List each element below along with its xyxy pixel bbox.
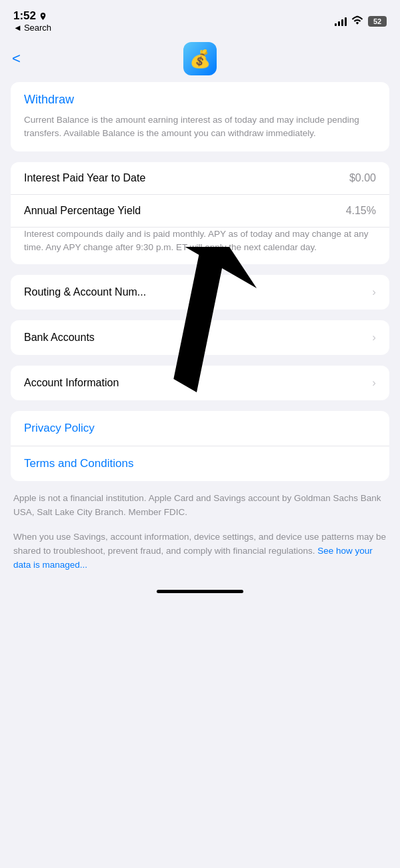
wifi-icon [351,15,363,27]
apy-note: Interest compounds daily and is paid mon… [11,227,389,265]
signal-icon [335,17,347,26]
interest-value: $0.00 [349,172,376,184]
home-bar [157,590,243,593]
time-display: 1:52 [13,9,36,23]
interest-row: Interest Paid Year to Date $0.00 [11,162,389,194]
status-search: ◄ Search [13,23,51,33]
back-button[interactable]: < [12,50,21,67]
content-area: Withdraw Current Balance is the amount e… [0,82,400,572]
status-time: 1:52 [13,9,47,23]
bank-accounts-row[interactable]: Bank Accounts › [11,320,389,355]
privacy-policy-link: Privacy Policy [24,422,95,434]
status-right: 52 [335,15,387,27]
footer-note-1: Apple is not a financial institution. Ap… [11,492,389,520]
chevron-right-icon: › [372,376,376,390]
privacy-policy-row[interactable]: Privacy Policy [11,411,389,446]
chevron-right-icon: › [372,286,376,299]
apy-label: Annual Percentage Yield [24,205,141,217]
withdraw-card: Withdraw Current Balance is the amount e… [11,82,389,151]
links-card: Privacy Policy Terms and Conditions [11,411,389,481]
bank-accounts-label: Bank Accounts [24,332,95,344]
account-info-row[interactable]: Account Information › [11,366,389,400]
chevron-right-icon: › [372,331,376,344]
stats-card: Interest Paid Year to Date $0.00 Annual … [11,162,389,265]
apy-value: 4.15% [346,205,376,217]
status-bar: 1:52 ◄ Search 52 [0,0,400,38]
nav-bar: < 💰 [0,38,400,82]
home-indicator [0,583,400,602]
app-icon: 💰 [183,42,217,75]
apy-row: Annual Percentage Yield 4.15% [11,194,389,227]
interest-label: Interest Paid Year to Date [24,172,145,184]
terms-link: Terms and Conditions [24,457,133,470]
balance-note: Current Balance is the amount earning in… [24,115,359,138]
routing-account-row[interactable]: Routing & Account Num... › [11,275,389,310]
status-left: 1:52 ◄ Search [13,9,51,33]
battery-icon: 52 [368,16,387,27]
withdraw-link[interactable]: Withdraw [24,93,376,107]
footer-note-2: When you use Savings, account informatio… [11,530,389,572]
location-icon [39,12,47,21]
terms-row[interactable]: Terms and Conditions [11,446,389,481]
battery-level: 52 [373,17,381,25]
account-info-label: Account Information [24,377,119,389]
search-label: Search [24,23,51,33]
routing-account-label: Routing & Account Num... [24,286,146,298]
